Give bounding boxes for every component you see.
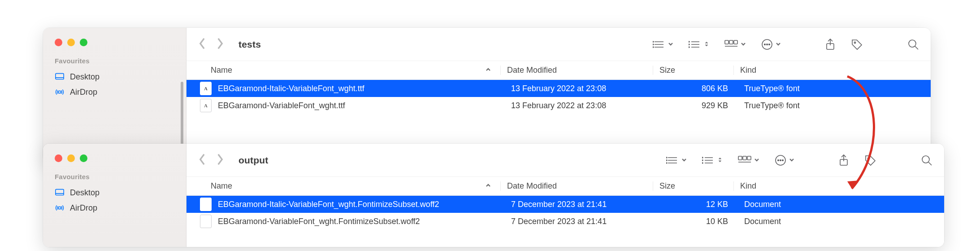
file-size: 10 KB: [657, 217, 738, 226]
svg-point-2: [58, 91, 61, 93]
file-name: EBGaramond-Italic-VariableFont_wght.Font…: [218, 200, 439, 209]
svg-point-29: [58, 207, 61, 209]
file-date: 13 February 2022 at 23:08: [505, 101, 657, 110]
file-size: 12 KB: [657, 200, 738, 209]
file-name: EBGaramond-VariableFont_wght.ttf: [218, 101, 345, 110]
file-kind: TrueType® font: [738, 84, 931, 93]
column-header-date[interactable]: Date Modified: [500, 181, 653, 191]
svg-point-47: [778, 159, 779, 161]
finder-window-tests: Favourites Desktop AirDrop tests: [43, 28, 931, 163]
group-button[interactable]: [689, 40, 709, 49]
group-button[interactable]: [702, 155, 723, 165]
column-header-name[interactable]: Name: [186, 181, 500, 191]
airdrop-icon: [55, 203, 65, 213]
sidebar-item-label: AirDrop: [70, 88, 97, 97]
sidebar: Favourites Desktop AirDrop: [43, 28, 186, 163]
tags-button[interactable]: [851, 39, 863, 50]
forward-button[interactable]: [216, 153, 224, 167]
file-date: 7 December 2023 at 21:41: [505, 200, 657, 209]
view-options-button[interactable]: [724, 40, 746, 49]
column-header-size[interactable]: Size: [653, 66, 733, 75]
chevron-down-icon: [668, 40, 673, 48]
view-list-button[interactable]: [666, 155, 687, 165]
sidebar-item-desktop[interactable]: Desktop: [52, 69, 186, 84]
column-header-kind[interactable]: Kind: [733, 66, 931, 75]
main-pane: output Name Date Modified Size Kind EBGa…: [186, 144, 944, 247]
svg-rect-15: [725, 40, 728, 44]
file-date: 7 December 2023 at 21:41: [505, 217, 657, 226]
action-menu-button[interactable]: [761, 39, 781, 50]
file-name: EBGaramond-Italic-VariableFont_wght.ttf: [218, 84, 364, 93]
svg-point-7: [653, 44, 654, 45]
file-row[interactable]: EBGaramond-VariableFont_wght.FontimizeSu…: [186, 213, 944, 230]
back-button[interactable]: [198, 153, 206, 167]
sidebar-item-airdrop[interactable]: AirDrop: [52, 200, 186, 216]
svg-point-24: [854, 42, 855, 43]
file-kind: TrueType® font: [738, 101, 931, 110]
minimize-window-button[interactable]: [67, 39, 75, 46]
minimize-window-button[interactable]: [67, 154, 75, 162]
sidebar-scrollbar[interactable]: [181, 82, 183, 154]
svg-rect-44: [747, 156, 751, 160]
sort-caret-icon: [485, 181, 491, 191]
sidebar-heading: Favourites: [52, 172, 186, 185]
sidebar-item-label: Desktop: [70, 72, 100, 82]
svg-rect-27: [56, 189, 64, 195]
view-list-button[interactable]: [653, 40, 673, 49]
tags-button[interactable]: [864, 154, 877, 166]
chevron-down-icon: [741, 40, 746, 48]
column-headers: Name Date Modified Size Kind: [186, 177, 944, 196]
file-kind: Document: [738, 200, 944, 209]
svg-point-48: [780, 159, 781, 161]
font-file-icon: [200, 82, 212, 95]
document-file-icon: [200, 198, 212, 211]
search-button[interactable]: [921, 154, 932, 166]
share-button[interactable]: [838, 154, 849, 167]
svg-point-35: [666, 163, 667, 163]
folder-title: tests: [238, 39, 261, 50]
view-options-button[interactable]: [738, 155, 759, 165]
toolbar: tests: [186, 28, 931, 61]
sidebar-item-desktop[interactable]: Desktop: [52, 185, 186, 200]
sidebar-item-label: AirDrop: [70, 203, 97, 213]
close-window-button[interactable]: [55, 39, 62, 46]
sort-caret-icon: [485, 66, 491, 75]
file-row[interactable]: EBGaramond-Italic-VariableFont_wght.ttf …: [186, 80, 931, 97]
search-button[interactable]: [907, 39, 919, 50]
updown-icon: [717, 156, 723, 164]
file-kind: Document: [738, 217, 944, 226]
zoom-window-button[interactable]: [80, 154, 87, 162]
document-file-icon: [200, 215, 212, 228]
svg-rect-17: [734, 40, 737, 44]
action-menu-button[interactable]: [775, 154, 794, 166]
svg-point-41: [702, 163, 703, 163]
svg-point-20: [764, 44, 766, 45]
svg-line-53: [928, 162, 932, 165]
desktop-icon: [55, 72, 65, 82]
column-header-kind[interactable]: Kind: [733, 181, 944, 191]
forward-button[interactable]: [216, 37, 224, 52]
sidebar-item-label: Desktop: [70, 188, 100, 198]
svg-point-6: [653, 41, 654, 42]
svg-point-21: [767, 44, 768, 45]
file-row[interactable]: EBGaramond-Italic-VariableFont_wght.Font…: [186, 196, 944, 213]
svg-point-33: [666, 157, 667, 158]
back-button[interactable]: [198, 37, 206, 52]
svg-rect-43: [743, 156, 746, 160]
column-header-name[interactable]: Name: [186, 66, 500, 75]
share-button[interactable]: [825, 38, 836, 51]
toolbar: output: [186, 144, 944, 177]
svg-point-39: [702, 157, 703, 158]
column-header-size[interactable]: Size: [653, 181, 733, 191]
svg-point-14: [689, 47, 689, 48]
file-row[interactable]: EBGaramond-VariableFont_wght.ttf 13 Febr…: [186, 97, 931, 114]
main-pane: tests Name Date Modified Size Kind EBGar…: [186, 28, 931, 163]
svg-point-40: [702, 160, 703, 161]
zoom-window-button[interactable]: [80, 39, 87, 46]
window-controls: [52, 37, 186, 56]
close-window-button[interactable]: [55, 154, 62, 162]
sidebar-item-airdrop[interactable]: AirDrop: [52, 84, 186, 100]
svg-rect-16: [729, 40, 733, 44]
updown-icon: [704, 40, 709, 48]
column-header-date[interactable]: Date Modified: [500, 66, 653, 75]
